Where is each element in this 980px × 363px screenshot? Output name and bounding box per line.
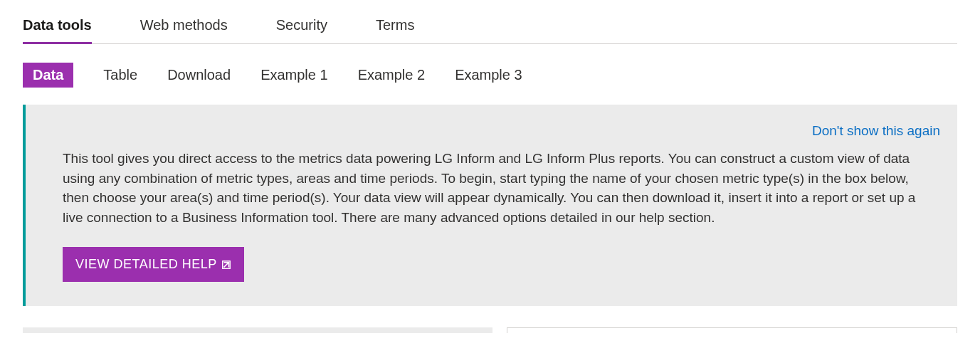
tab-terms[interactable]: Terms (376, 17, 414, 43)
subtab-example-3[interactable]: Example 3 (455, 61, 522, 89)
external-link-icon (221, 260, 231, 270)
subtab-example-1[interactable]: Example 1 (260, 61, 328, 89)
subtab-download[interactable]: Download (167, 61, 231, 89)
help-button-label: VIEW DETAILED HELP (75, 257, 217, 272)
tab-data-tools[interactable]: Data tools (23, 17, 92, 43)
tab-security[interactable]: Security (276, 17, 327, 43)
dismiss-link[interactable]: Don't show this again (812, 123, 940, 139)
subtab-table[interactable]: Table (103, 61, 137, 89)
tab-web-methods[interactable]: Web methods (140, 17, 228, 43)
bottom-right-panel (507, 327, 957, 333)
subtab-example-2[interactable]: Example 2 (358, 61, 426, 89)
bottom-panels (23, 327, 957, 333)
view-detailed-help-button[interactable]: VIEW DETAILED HELP (63, 247, 244, 282)
subtab-data[interactable]: Data (23, 63, 73, 88)
info-panel-body: This tool gives you direct access to the… (63, 149, 917, 227)
bottom-left-panel (23, 327, 492, 333)
info-panel: Don't show this again This tool gives yo… (23, 105, 957, 306)
secondary-tabs: Data Table Download Example 1 Example 2 … (23, 61, 957, 89)
primary-tabs: Data tools Web methods Security Terms (23, 17, 957, 44)
